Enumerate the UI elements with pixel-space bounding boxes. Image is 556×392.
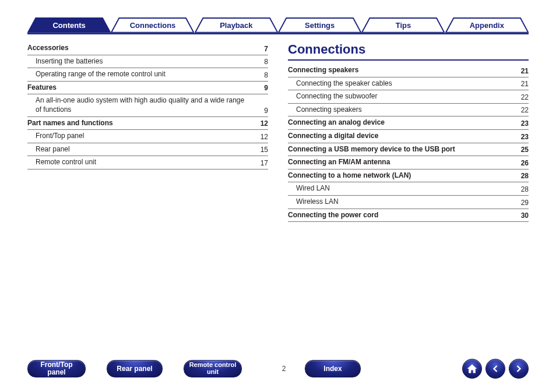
remote-control-unit-button[interactable]: Remote control unit (184, 360, 242, 377)
toc-item[interactable]: Connecting speakers22 (288, 104, 529, 117)
toc-item[interactable]: Rear panel15 (27, 143, 268, 157)
toc-label: Accessories (27, 44, 254, 53)
rear-panel-button[interactable]: Rear panel (107, 360, 163, 377)
toc-heading[interactable]: Connecting to a home network (LAN)28 (288, 169, 529, 183)
left-column: Accessories7Inserting the batteries8Oper… (27, 42, 268, 345)
tab-settings[interactable]: Settings (278, 17, 361, 34)
toc-label: Connecting the power cord (288, 211, 515, 220)
home-button[interactable] (462, 359, 482, 379)
toc-page: 8 (254, 58, 268, 66)
toc-label: Front/Top panel (36, 132, 254, 141)
toc-page: 23 (515, 119, 529, 128)
toc-heading[interactable]: Connecting an FM/AM antenna26 (288, 156, 529, 169)
tab-underline (27, 33, 529, 34)
section-rule (288, 59, 529, 61)
toc-page: 30 (515, 211, 529, 220)
toc-label: Part names and functions (27, 119, 254, 128)
toc-label: Connecting a digital device (288, 132, 515, 141)
toc-page: 15 (254, 146, 268, 154)
front-top-panel-button[interactable]: Front/Top panel (27, 360, 86, 377)
toc-heading[interactable]: Connecting a digital device23 (288, 130, 529, 143)
toc-page: 23 (515, 133, 529, 141)
tab-label: Connections (130, 21, 176, 30)
tab-appendix[interactable]: Appendix (445, 17, 529, 34)
toc-label: Connecting an FM/AM antenna (288, 158, 515, 167)
tab-tips[interactable]: Tips (361, 17, 445, 34)
section-title-connections: Connections (288, 42, 529, 57)
toc-label: Connecting the speaker cables (296, 79, 515, 89)
toc-item[interactable]: Wireless LAN29 (288, 196, 529, 209)
toc-page: 21 (515, 80, 529, 88)
toc-heading[interactable]: Connecting the power cord30 (288, 209, 529, 223)
toc-label: Operating range of the remote control un… (36, 70, 254, 79)
toc-page: 7 (254, 45, 268, 53)
toc-label: Remote control unit (36, 158, 254, 167)
toc-item[interactable]: Connecting the speaker cables21 (288, 77, 529, 91)
toc-label: Wired LAN (296, 184, 515, 193)
top-tabs: ContentsConnectionsPlaybackSettingsTipsA… (27, 17, 529, 35)
toc-page: 21 (515, 67, 529, 75)
tab-label: Contents (52, 21, 85, 30)
toc-label: Connecting a USB memory device to the US… (288, 145, 515, 154)
toc-label: Inserting the batteries (36, 57, 254, 66)
toc-page: 9 (254, 107, 268, 115)
toc-heading[interactable]: Connecting a USB memory device to the US… (288, 143, 529, 157)
right-column: ConnectionsConnecting speakers21Connecti… (288, 42, 529, 345)
page-number: 2 (272, 365, 295, 373)
toc-heading[interactable]: Part names and functions12 (27, 117, 268, 130)
toc-heading[interactable]: Connecting an analog device23 (288, 116, 529, 130)
toc-page: 28 (515, 172, 529, 180)
toc-item[interactable]: Wired LAN28 (288, 182, 529, 196)
footer-bar: Front/Top panel Rear panel Remote contro… (27, 358, 529, 379)
tab-label: Tips (396, 21, 411, 30)
toc-label: Connecting an analog device (288, 118, 515, 128)
arrow-left-icon (490, 363, 501, 375)
index-button[interactable]: Index (305, 360, 361, 377)
toc-heading[interactable]: Connecting speakers21 (288, 64, 529, 77)
toc-item[interactable]: An all-in-one audio system with high aud… (27, 94, 268, 116)
prev-button[interactable] (485, 359, 505, 379)
tab-contents[interactable]: Contents (27, 17, 111, 34)
toc-label: Connecting the subwoofer (296, 92, 515, 101)
home-icon (466, 363, 478, 375)
toc-heading[interactable]: Features9 (27, 82, 268, 95)
toc-page: 22 (515, 93, 529, 101)
toc-item[interactable]: Remote control unit17 (27, 156, 268, 169)
next-button[interactable] (509, 359, 529, 379)
tab-label: Appendix (470, 21, 504, 30)
toc-page: 28 (515, 185, 529, 193)
tab-connections[interactable]: Connections (111, 17, 194, 34)
toc-label: Connecting to a home network (LAN) (288, 171, 515, 181)
tab-label: Settings (305, 21, 335, 30)
toc-label: An all-in-one audio system with high aud… (36, 96, 254, 114)
toc-page: 25 (515, 146, 529, 154)
toc-page: 22 (515, 106, 529, 114)
toc-page: 12 (254, 133, 268, 141)
toc-item[interactable]: Operating range of the remote control un… (27, 68, 268, 82)
toc-label: Wireless LAN (296, 197, 515, 207)
toc-label: Features (27, 83, 254, 93)
toc-page: 17 (254, 159, 268, 167)
toc-page: 9 (254, 84, 268, 92)
tab-playback[interactable]: Playback (195, 17, 278, 34)
toc-item[interactable]: Front/Top panel12 (27, 130, 268, 143)
toc-item[interactable]: Inserting the batteries8 (27, 55, 268, 69)
toc-label: Connecting speakers (296, 105, 515, 115)
arrow-right-icon (513, 363, 525, 375)
toc-label: Rear panel (36, 145, 254, 154)
toc-page: 8 (254, 71, 268, 79)
toc-page: 26 (515, 159, 529, 167)
tab-label: Playback (220, 21, 252, 30)
content-columns: Accessories7Inserting the batteries8Oper… (27, 42, 529, 345)
toc-page: 12 (254, 119, 268, 128)
toc-heading[interactable]: Accessories7 (27, 42, 268, 55)
toc-label: Connecting speakers (288, 66, 515, 75)
toc-page: 29 (515, 199, 529, 207)
toc-item[interactable]: Connecting the subwoofer22 (288, 90, 529, 104)
